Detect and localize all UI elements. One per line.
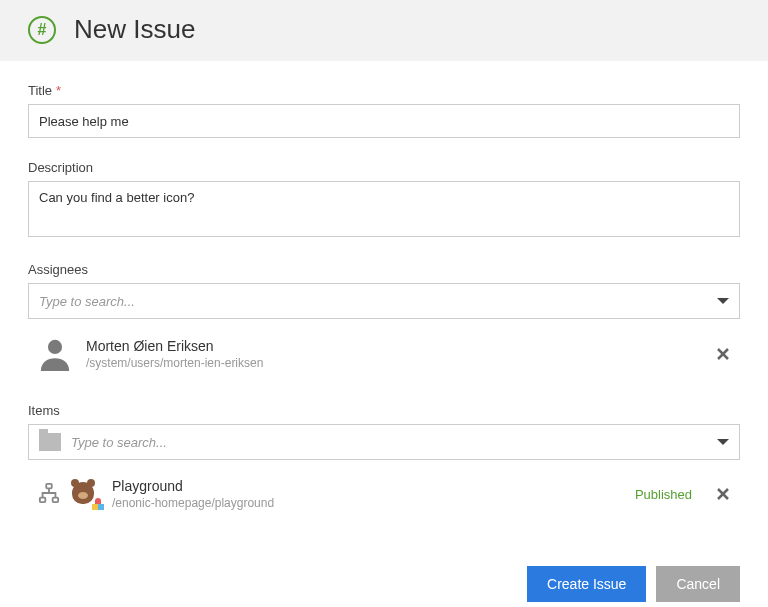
remove-item-button[interactable] — [716, 487, 730, 501]
remove-assignee-button[interactable] — [716, 347, 730, 361]
svg-rect-5 — [53, 497, 58, 502]
items-field: Items Type to search... Playgroun — [28, 403, 740, 520]
assignees-field: Assignees Type to search... Morten Øien … — [28, 262, 740, 381]
assignee-path: /system/users/morten-ien-eriksen — [86, 356, 702, 370]
item-name: Playground — [112, 478, 625, 494]
description-input[interactable]: Can you find a better icon? — [28, 181, 740, 237]
dialog-header: # New Issue — [0, 0, 768, 61]
dialog-buttons: Create Issue Cancel — [0, 566, 768, 607]
item-path: /enonic-homepage/playground — [112, 496, 625, 510]
description-field: Description Can you find a better icon? — [28, 160, 740, 240]
item-row: Playground /enonic-homepage/playground P… — [28, 468, 740, 520]
svg-rect-3 — [46, 483, 52, 488]
assignee-texts: Morten Øien Eriksen /system/users/morten… — [86, 338, 702, 370]
chevron-down-icon — [717, 439, 729, 445]
assignee-row: Morten Øien Eriksen /system/users/morten… — [28, 327, 740, 381]
tree-icon — [38, 482, 60, 507]
title-label-text: Title — [28, 83, 52, 98]
item-status: Published — [635, 487, 692, 502]
title-input[interactable] — [28, 104, 740, 138]
items-combobox[interactable]: Type to search... — [28, 424, 740, 460]
items-label: Items — [28, 403, 740, 418]
issue-form: Title * Description Can you find a bette… — [0, 61, 768, 546]
create-issue-button[interactable]: Create Issue — [527, 566, 646, 602]
dialog-title: New Issue — [74, 14, 195, 45]
description-label: Description — [28, 160, 740, 175]
user-avatar-icon — [38, 337, 72, 371]
required-marker: * — [56, 83, 61, 98]
item-texts: Playground /enonic-homepage/playground — [112, 478, 625, 510]
title-field: Title * — [28, 83, 740, 138]
assignees-placeholder: Type to search... — [39, 294, 135, 309]
chevron-down-icon — [717, 298, 729, 304]
assignees-label: Assignees — [28, 262, 740, 277]
cancel-button[interactable]: Cancel — [656, 566, 740, 602]
assignees-combobox[interactable]: Type to search... — [28, 283, 740, 319]
assignee-name: Morten Øien Eriksen — [86, 338, 702, 354]
title-label: Title * — [28, 83, 740, 98]
svg-point-0 — [48, 340, 62, 354]
svg-rect-4 — [40, 497, 46, 502]
item-thumbnail — [70, 478, 102, 510]
issue-icon: # — [28, 16, 56, 44]
items-placeholder: Type to search... — [71, 435, 167, 450]
folder-icon — [39, 433, 61, 451]
